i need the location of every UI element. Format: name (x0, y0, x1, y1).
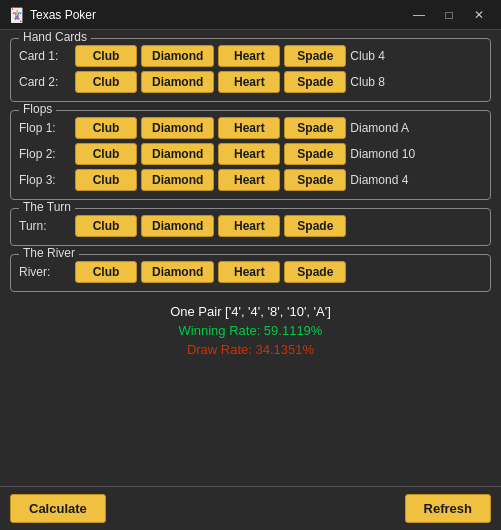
river-diamond-btn[interactable]: Diamond (141, 261, 214, 283)
draw-rate: Draw Rate: 34.1351% (187, 342, 314, 357)
river-club-btn[interactable]: Club (75, 261, 137, 283)
card1-row: Card 1: Club Diamond Heart Spade Club 4 (19, 45, 482, 67)
card1-diamond-btn[interactable]: Diamond (141, 45, 214, 67)
main-content: Hand Cards Card 1: Club Diamond Heart Sp… (0, 30, 501, 369)
flops-title: Flops (19, 102, 56, 116)
flop1-spade-btn[interactable]: Spade (284, 117, 346, 139)
flop3-spade-btn[interactable]: Spade (284, 169, 346, 191)
flop3-heart-btn[interactable]: Heart (218, 169, 280, 191)
river-label: River: (19, 265, 71, 279)
flop1-result: Diamond A (350, 121, 412, 135)
turn-diamond-btn[interactable]: Diamond (141, 215, 214, 237)
flop1-diamond-btn[interactable]: Diamond (141, 117, 214, 139)
flops-group: Flops Flop 1: Club Diamond Heart Spade D… (10, 110, 491, 200)
flop2-diamond-btn[interactable]: Diamond (141, 143, 214, 165)
flop3-label: Flop 3: (19, 173, 71, 187)
flop2-club-btn[interactable]: Club (75, 143, 137, 165)
close-button[interactable]: ✕ (465, 5, 493, 25)
title-bar-controls: — □ ✕ (405, 5, 493, 25)
app-icon: 🃏 (8, 7, 24, 23)
flop3-result: Diamond 4 (350, 173, 412, 187)
flop2-label: Flop 2: (19, 147, 71, 161)
river-title: The River (19, 246, 79, 260)
turn-heart-btn[interactable]: Heart (218, 215, 280, 237)
flop1-label: Flop 1: (19, 121, 71, 135)
refresh-button[interactable]: Refresh (405, 494, 491, 523)
turn-title: The Turn (19, 200, 75, 214)
turn-spade-btn[interactable]: Spade (284, 215, 346, 237)
card2-diamond-btn[interactable]: Diamond (141, 71, 214, 93)
flop1-heart-btn[interactable]: Heart (218, 117, 280, 139)
flop2-heart-btn[interactable]: Heart (218, 143, 280, 165)
flop1-club-btn[interactable]: Club (75, 117, 137, 139)
card1-label: Card 1: (19, 49, 71, 63)
bottom-bar: Calculate Refresh (0, 486, 501, 530)
card1-spade-btn[interactable]: Spade (284, 45, 346, 67)
turn-row: Turn: Club Diamond Heart Spade (19, 215, 482, 237)
title-bar-left: 🃏 Texas Poker (8, 7, 96, 23)
turn-label: Turn: (19, 219, 71, 233)
turn-club-btn[interactable]: Club (75, 215, 137, 237)
flop1-row: Flop 1: Club Diamond Heart Spade Diamond… (19, 117, 482, 139)
calculate-button[interactable]: Calculate (10, 494, 106, 523)
results-section: One Pair ['4', '4', '8', '10', 'A'] Winn… (10, 300, 491, 361)
flop3-row: Flop 3: Club Diamond Heart Spade Diamond… (19, 169, 482, 191)
flop2-result: Diamond 10 (350, 147, 415, 161)
hand-cards-title: Hand Cards (19, 30, 91, 44)
card1-heart-btn[interactable]: Heart (218, 45, 280, 67)
flop2-row: Flop 2: Club Diamond Heart Spade Diamond… (19, 143, 482, 165)
river-row: River: Club Diamond Heart Spade (19, 261, 482, 283)
hand-cards-group: Hand Cards Card 1: Club Diamond Heart Sp… (10, 38, 491, 102)
maximize-button[interactable]: □ (435, 5, 463, 25)
winning-rate: Winning Rate: 59.1119% (179, 323, 323, 338)
river-spade-btn[interactable]: Spade (284, 261, 346, 283)
river-group: The River River: Club Diamond Heart Spad… (10, 254, 491, 292)
hand-result: One Pair ['4', '4', '8', '10', 'A'] (170, 304, 331, 319)
card2-spade-btn[interactable]: Spade (284, 71, 346, 93)
card2-heart-btn[interactable]: Heart (218, 71, 280, 93)
card1-club-btn[interactable]: Club (75, 45, 137, 67)
card1-result: Club 4 (350, 49, 412, 63)
river-heart-btn[interactable]: Heart (218, 261, 280, 283)
card2-label: Card 2: (19, 75, 71, 89)
card2-row: Card 2: Club Diamond Heart Spade Club 8 (19, 71, 482, 93)
card2-club-btn[interactable]: Club (75, 71, 137, 93)
app-title: Texas Poker (30, 8, 96, 22)
minimize-button[interactable]: — (405, 5, 433, 25)
flop3-diamond-btn[interactable]: Diamond (141, 169, 214, 191)
card2-result: Club 8 (350, 75, 412, 89)
flop3-club-btn[interactable]: Club (75, 169, 137, 191)
title-bar: 🃏 Texas Poker — □ ✕ (0, 0, 501, 30)
flop2-spade-btn[interactable]: Spade (284, 143, 346, 165)
turn-group: The Turn Turn: Club Diamond Heart Spade (10, 208, 491, 246)
